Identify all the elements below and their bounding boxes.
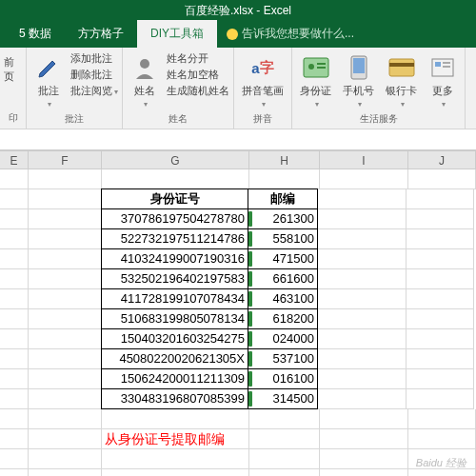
cell[interactable] xyxy=(407,309,474,329)
cell[interactable]: 510683199805078134 xyxy=(101,308,248,329)
cell[interactable] xyxy=(320,449,408,469)
cell[interactable] xyxy=(318,329,407,349)
tab-ffgz[interactable]: 方方格子 xyxy=(65,20,137,48)
name-space[interactable]: 姓名加空格 xyxy=(167,68,229,82)
cell[interactable] xyxy=(0,349,29,369)
cell[interactable]: 532502196402197583 xyxy=(101,268,248,289)
cell[interactable] xyxy=(0,409,29,429)
left-1[interactable]: 前页 xyxy=(4,55,22,84)
cell[interactable] xyxy=(318,369,407,389)
formula-bar[interactable] xyxy=(0,129,476,150)
cell[interactable]: 150403201603254275 xyxy=(101,328,248,349)
cell[interactable] xyxy=(249,409,320,429)
cell[interactable]: 016100 xyxy=(248,368,318,389)
cell[interactable] xyxy=(320,429,408,449)
tab-data[interactable]: 5 数据 xyxy=(6,20,65,48)
del-comment[interactable]: 删除批注 xyxy=(70,68,118,82)
cell[interactable] xyxy=(29,469,102,476)
cell[interactable] xyxy=(29,269,102,289)
cell[interactable] xyxy=(0,449,29,469)
cell[interactable]: 471500 xyxy=(248,248,318,269)
cell[interactable] xyxy=(408,429,476,449)
cell[interactable]: 618200 xyxy=(248,308,318,329)
col-I[interactable]: I xyxy=(320,151,408,169)
cell[interactable] xyxy=(29,409,102,429)
cell[interactable] xyxy=(0,289,29,309)
spreadsheet[interactable]: E F G H I J 身份证号邮编3707861975042787802613… xyxy=(0,150,476,476)
cell[interactable]: 537100 xyxy=(248,348,318,369)
comments-button[interactable]: 批注 xyxy=(30,51,67,110)
add-comment[interactable]: 添加批注 xyxy=(70,51,118,66)
name-random[interactable]: 生成随机姓名 xyxy=(167,84,229,98)
cell[interactable] xyxy=(249,169,320,189)
cell[interactable]: 370786197504278780 xyxy=(101,208,248,229)
tab-diy[interactable]: DIY工具箱 xyxy=(137,20,217,48)
cell[interactable] xyxy=(407,229,474,249)
cell[interactable]: 330483196807085399 xyxy=(101,388,248,409)
cell[interactable] xyxy=(320,469,408,476)
cell[interactable] xyxy=(0,469,29,476)
cell[interactable]: 身份证号 xyxy=(101,188,248,209)
col-G[interactable]: G xyxy=(102,151,249,169)
name-button[interactable]: 姓名 xyxy=(127,51,163,110)
cell[interactable]: 522732197511214786 xyxy=(101,228,248,249)
cell[interactable] xyxy=(407,269,474,289)
cell[interactable] xyxy=(318,309,407,329)
cell[interactable] xyxy=(320,409,408,429)
cell[interactable] xyxy=(318,289,407,309)
col-F[interactable]: F xyxy=(29,151,102,169)
cell[interactable]: 411728199107078434 xyxy=(101,288,248,309)
col-J[interactable]: J xyxy=(408,151,476,169)
cell[interactable] xyxy=(318,269,407,289)
cell[interactable] xyxy=(0,389,29,409)
cell[interactable] xyxy=(407,189,474,209)
cell[interactable] xyxy=(29,449,102,469)
cell[interactable]: 410324199007190316 xyxy=(101,248,248,269)
cell[interactable] xyxy=(318,389,407,409)
cell[interactable] xyxy=(407,289,474,309)
cell[interactable] xyxy=(29,369,102,389)
name-split[interactable]: 姓名分开 xyxy=(167,51,229,66)
cell[interactable] xyxy=(102,469,249,476)
cell[interactable] xyxy=(407,329,474,349)
col-E[interactable]: E xyxy=(0,151,29,169)
cell[interactable] xyxy=(0,429,29,449)
cell[interactable] xyxy=(320,169,408,189)
pinyin-button[interactable]: a字 拼音笔画 xyxy=(238,51,288,110)
cell[interactable] xyxy=(318,189,407,209)
cell[interactable]: 261300 xyxy=(248,208,318,229)
cell[interactable] xyxy=(318,229,407,249)
cell[interactable] xyxy=(407,249,474,269)
cell[interactable] xyxy=(0,309,29,329)
cell[interactable] xyxy=(29,209,102,229)
cell[interactable] xyxy=(408,169,476,189)
col-H[interactable]: H xyxy=(249,151,320,169)
cell[interactable]: 150624200011211309 xyxy=(101,368,248,389)
cell[interactable] xyxy=(29,249,102,269)
tell-me[interactable]: 告诉我您想要做什么... xyxy=(217,20,364,48)
bank-button[interactable]: 银行卡 xyxy=(382,51,421,110)
cell[interactable] xyxy=(29,169,102,189)
cell[interactable] xyxy=(0,189,29,209)
cell[interactable] xyxy=(0,369,29,389)
view-comment[interactable]: 批注阅览 xyxy=(70,84,118,98)
cell[interactable] xyxy=(29,309,102,329)
cell[interactable] xyxy=(29,229,102,249)
cell[interactable] xyxy=(29,289,102,309)
cell[interactable] xyxy=(29,389,102,409)
cell[interactable] xyxy=(318,209,407,229)
more-button[interactable]: 更多 xyxy=(425,51,461,110)
phone-button[interactable]: 手机号 xyxy=(339,51,378,110)
cell[interactable] xyxy=(0,169,29,189)
cell[interactable] xyxy=(407,389,474,409)
cell[interactable] xyxy=(29,189,102,209)
cell[interactable] xyxy=(249,469,320,476)
cell[interactable]: 558100 xyxy=(248,228,318,249)
cell[interactable]: 314500 xyxy=(248,388,318,409)
cell[interactable] xyxy=(102,169,249,189)
cell[interactable] xyxy=(29,429,102,449)
cell[interactable] xyxy=(249,429,320,449)
cell[interactable] xyxy=(407,369,474,389)
cell[interactable] xyxy=(102,409,249,429)
cell[interactable]: 从身份证号提取邮编 xyxy=(102,429,249,449)
